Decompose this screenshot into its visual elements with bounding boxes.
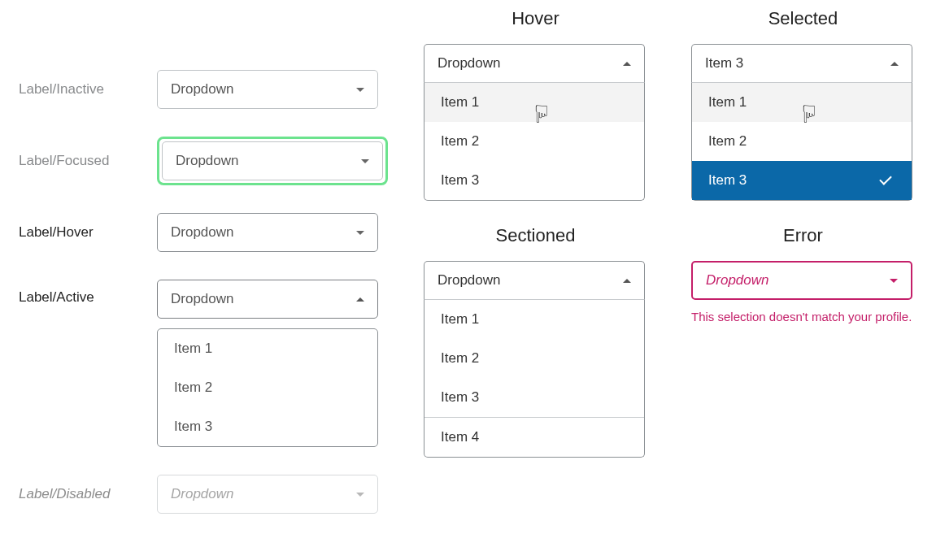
chevron-down-icon — [890, 279, 898, 283]
section-title-hover: Hover — [424, 8, 647, 29]
dropdown-hover[interactable]: Dropdown — [157, 213, 378, 252]
menu-item-selected-label: Item 3 — [708, 172, 747, 189]
row-hover: Label/Hover Dropdown — [19, 213, 401, 252]
check-icon — [879, 172, 895, 189]
dropdown-sectioned[interactable]: Dropdown — [424, 261, 645, 300]
dropdown-selected[interactable]: Item 3 — [691, 44, 912, 83]
sectioned-panel: Dropdown Item 1 Item 2 Item 3 Item 4 — [424, 261, 645, 458]
menu-item-selected[interactable]: Item 3 — [692, 161, 912, 200]
dropdown-focused-value: Dropdown — [176, 153, 239, 169]
dropdown-focused[interactable]: Dropdown — [162, 141, 383, 180]
dropdown-error[interactable]: Dropdown — [691, 261, 912, 300]
chevron-up-icon — [356, 297, 364, 302]
menu-item[interactable]: Item 2 — [424, 122, 644, 161]
dropdown-hover-value: Dropdown — [171, 224, 234, 241]
dropdown-sectioned-value: Dropdown — [438, 272, 501, 289]
states-column: Label/Inactive Dropdown Label/Focused Dr… — [19, 13, 401, 514]
row-inactive: Label/Inactive Dropdown — [19, 70, 401, 109]
menu-item[interactable]: Item 1 — [158, 329, 377, 368]
dropdown-inactive[interactable]: Dropdown — [157, 70, 378, 109]
menu-item-hovered[interactable]: Item 1 — [692, 83, 912, 122]
menu-item[interactable]: Item 2 — [424, 339, 644, 378]
section-title-sectioned: Sectioned — [424, 225, 647, 246]
label-focused: Label/Focused — [19, 153, 157, 169]
menu-item[interactable]: Item 3 — [424, 378, 644, 417]
chevron-down-icon — [356, 88, 364, 92]
row-disabled: Label/Disabled Dropdown — [19, 475, 401, 514]
menu-item[interactable]: Item 3 — [158, 407, 377, 446]
menu-item-hovered[interactable]: Item 1 — [424, 83, 644, 122]
row-focused: Label/Focused Dropdown — [19, 137, 401, 185]
section-title-selected: Selected — [691, 8, 915, 29]
label-hover: Label/Hover — [19, 224, 157, 241]
dropdown-active-wrap: Dropdown Item 1 Item 2 Item 3 — [157, 280, 378, 447]
dropdown-hover-open-value: Dropdown — [438, 55, 501, 72]
dropdown-active[interactable]: Dropdown — [157, 280, 378, 319]
menu-item[interactable]: Item 3 — [424, 161, 644, 200]
label-active: Label/Active — [19, 280, 157, 306]
dropdown-error-value: Dropdown — [706, 272, 769, 289]
hover-panel: Dropdown Item 1 Item 2 Item 3 ☟ — [424, 44, 645, 201]
error-message: This selection doesn't match your profil… — [691, 308, 912, 325]
menu-item[interactable]: Item 2 — [158, 368, 377, 407]
selected-menu: Item 1 Item 2 Item 3 ☟ — [691, 83, 912, 201]
dropdown-hover-open[interactable]: Dropdown — [424, 44, 645, 83]
selected-error-column: Selected Item 3 Item 1 Item 2 Item 3 ☟ E… — [691, 3, 915, 325]
menu-item[interactable]: Item 2 — [692, 122, 912, 161]
hover-menu: Item 1 Item 2 Item 3 ☟ — [424, 83, 645, 201]
chevron-down-icon — [361, 159, 369, 163]
dropdown-active-value: Dropdown — [171, 291, 234, 307]
error-panel: Dropdown This selection doesn't match yo… — [691, 261, 912, 325]
dropdown-inactive-value: Dropdown — [171, 81, 234, 98]
dropdown-disabled: Dropdown — [157, 475, 378, 514]
chevron-up-icon — [623, 62, 631, 66]
chevron-up-icon — [623, 279, 631, 283]
chevron-down-icon — [356, 231, 364, 235]
dropdown-active-menu: Item 1 Item 2 Item 3 — [157, 328, 378, 447]
label-inactive: Label/Inactive — [19, 81, 157, 98]
menu-item[interactable]: Item 4 — [424, 417, 644, 457]
menu-item[interactable]: Item 1 — [424, 300, 644, 339]
chevron-down-icon — [356, 493, 364, 497]
label-disabled: Label/Disabled — [19, 486, 157, 502]
focus-ring: Dropdown — [157, 137, 388, 185]
dropdown-selected-value: Item 3 — [705, 55, 743, 72]
dropdown-disabled-value: Dropdown — [171, 486, 234, 502]
chevron-up-icon — [890, 62, 899, 66]
row-active: Label/Active Dropdown Item 1 Item 2 Item… — [19, 280, 401, 447]
hover-sectioned-column: Hover Dropdown Item 1 Item 2 Item 3 ☟ Se… — [424, 3, 647, 458]
section-title-error: Error — [691, 225, 915, 246]
sectioned-menu: Item 1 Item 2 Item 3 Item 4 — [424, 300, 645, 458]
selected-panel: Item 3 Item 1 Item 2 Item 3 ☟ — [691, 44, 912, 201]
